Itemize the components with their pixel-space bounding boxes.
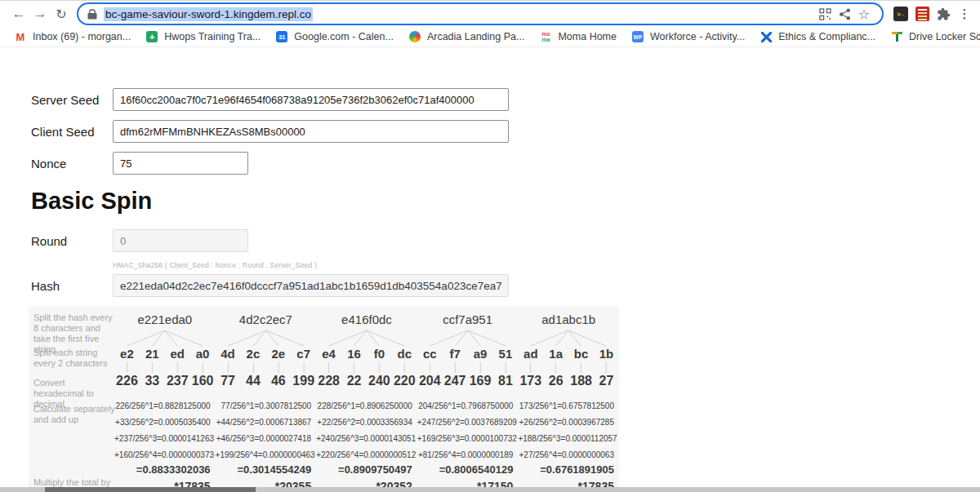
client-seed-row: Client Seed (29, 120, 980, 143)
sheets-favicon-icon: + (145, 30, 158, 43)
url-text[interactable]: bc-game-saviour-sword-1.kingdem.repl.co (104, 7, 313, 21)
browser-toolbar: ← → ↻ bc-game-saviour-sword-1.kingdem.re… (0, 0, 980, 27)
calc-line: +26/256^2=0.0003967285 (518, 414, 614, 431)
bookmark-item[interactable]: 31Google.com - Calen... (268, 29, 401, 45)
calc-lines-row: 226/256^1=0.8828125000+33/256^2=0.000503… (114, 398, 619, 463)
decimal-value: 26 (543, 374, 568, 393)
hex-pair: 1a (543, 347, 568, 361)
horizontal-scrollbar-thumb[interactable] (45, 487, 256, 492)
calc-lines: 173/256^1=0.6757812500+26/256^2=0.000396… (518, 398, 619, 463)
ethics-favicon-icon (760, 30, 773, 43)
decimal-value: 22 (341, 374, 367, 393)
bookmark-label: Arcadia Landing Pa... (427, 31, 525, 42)
decimal-value: 199 (291, 374, 316, 393)
fan-lines (316, 329, 417, 347)
hex-pair: c7 (291, 347, 316, 361)
calc-line: 204/256^1=0.7968750000 (417, 398, 514, 414)
bookmark-item[interactable]: Arcadia Landing Pa... (401, 29, 532, 45)
bookmark-star-icon[interactable]: ☆ (854, 4, 874, 24)
decimal-value: 237 (165, 374, 190, 393)
decimal-value: 247 (443, 374, 468, 393)
hex-pair: 1b (594, 347, 619, 361)
bookmark-item[interactable]: +Hwops Training Tra... (138, 29, 268, 45)
tick-lines (216, 361, 317, 374)
fan-lines (417, 329, 519, 347)
reload-icon[interactable]: ↻ (51, 3, 72, 24)
hex-pair: 51 (492, 347, 518, 361)
hash-breakdown-diagram: Split the hash every 8 characters and ta… (29, 306, 619, 492)
arcadia-favicon-icon (408, 30, 421, 43)
server-seed-label: Server Seed (29, 93, 113, 107)
decimal-value: 33 (140, 374, 165, 393)
hash-segments-row: e221eda04d2c2ec7e416f0dcccf7a951ad1abc1b (114, 312, 619, 329)
calc-line: +44/256^2=0.0006713867 (216, 414, 312, 431)
calc-line: 228/256^1=0.8906250000 (316, 398, 412, 414)
calc-line: +240/256^3=0.0000143051 (316, 431, 412, 447)
tick-lines (114, 361, 216, 374)
hex-pair: cc (417, 347, 443, 361)
decimal-value: 77 (216, 374, 241, 393)
sum-value: =0.8006540129 (417, 463, 519, 480)
fan-lines (216, 329, 317, 347)
page-title: Basic Spin (31, 188, 980, 215)
terminal-extension-icon[interactable]: >- (890, 3, 911, 24)
bookmark-label: Moma Home (558, 31, 617, 42)
hex-pair-group: ad1abc1b (518, 347, 619, 361)
decimal-value: 27 (594, 374, 619, 393)
hex-pair-group: ccf7a951 (417, 347, 519, 361)
hmac-formula-note: HMAC_Sha256 ( Client_Seed : Nonce : Roun… (113, 261, 980, 269)
calc-line: 77/256^1=0.3007812500 (216, 398, 312, 414)
hash-input (113, 274, 509, 297)
split2-step-label: Split each string every 2 characters (33, 348, 117, 369)
qr-code-icon[interactable] (815, 4, 835, 24)
horizontal-scrollbar[interactable] (0, 487, 980, 492)
tick-lines-row (114, 361, 619, 374)
calc-line: 173/256^1=0.6757812500 (518, 398, 614, 414)
hex-pair: f0 (367, 347, 392, 361)
bookmark-label: Drive Locker Scan (909, 31, 980, 42)
share-icon[interactable] (835, 4, 854, 24)
extensions-puzzle-icon[interactable] (933, 3, 954, 24)
ledger-extension-icon[interactable] (911, 3, 933, 24)
moma-favicon-icon: moma (539, 30, 552, 43)
bookmark-item[interactable]: Drive Locker Scan (883, 29, 980, 45)
forward-icon[interactable]: → (29, 3, 51, 24)
calc-step-label: Calculate separately and add up (33, 404, 117, 425)
decimal-group: 774446199 (216, 374, 317, 393)
fan-lines-row (114, 329, 619, 347)
hex-pair: a9 (468, 347, 493, 361)
decimal-group: 22633237160 (114, 374, 216, 393)
client-seed-label: Client Seed (29, 125, 113, 139)
decimal-value: 160 (190, 374, 216, 393)
hash-row: Hash (29, 274, 980, 297)
back-icon[interactable]: ← (8, 3, 29, 24)
bookmark-label: Workforce - Activity... (650, 31, 745, 42)
bookmark-item[interactable]: WFWorkforce - Activity... (624, 29, 752, 45)
nonce-label: Nonce (29, 157, 113, 171)
calc-line: +22/256^2=0.0003356934 (316, 414, 412, 431)
nonce-input[interactable] (113, 152, 248, 175)
address-bar[interactable]: bc-game-saviour-sword-1.kingdem.repl.co … (77, 2, 884, 25)
sum-value: =0.8909750497 (316, 463, 417, 480)
calc-line: +247/256^2=0.0037689209 (417, 414, 514, 431)
server-seed-input[interactable] (113, 88, 509, 111)
client-seed-input[interactable] (113, 120, 509, 143)
menu-kebab-icon[interactable]: ⋮ (954, 3, 975, 24)
decimal-value: 226 (114, 374, 140, 393)
decimal-values-row: 2263323716077444619922822240220204247169… (114, 374, 619, 393)
hash-segment: e221eda0 (114, 312, 216, 329)
calc-lines: 226/256^1=0.8828125000+33/256^2=0.000503… (114, 398, 216, 463)
hex-pair: f7 (443, 347, 468, 361)
bookmark-label: Google.com - Calen... (294, 31, 394, 42)
calc-line: 226/256^1=0.8828125000 (114, 398, 211, 414)
lock-icon[interactable] (87, 4, 98, 24)
bookmark-item[interactable]: momaMoma Home (532, 29, 624, 45)
bookmark-item[interactable]: MInbox (69) - morgan... (7, 29, 138, 45)
drive-favicon-icon (890, 30, 903, 43)
tick-lines (518, 361, 619, 374)
bookmark-item[interactable]: Ethics & Complianc... (752, 29, 883, 45)
hex-pair-group: 4d2c2ec7 (216, 347, 317, 361)
decimal-group: 1732618827 (518, 374, 619, 393)
tick-lines (417, 361, 519, 374)
decimal-value: 188 (568, 374, 594, 393)
